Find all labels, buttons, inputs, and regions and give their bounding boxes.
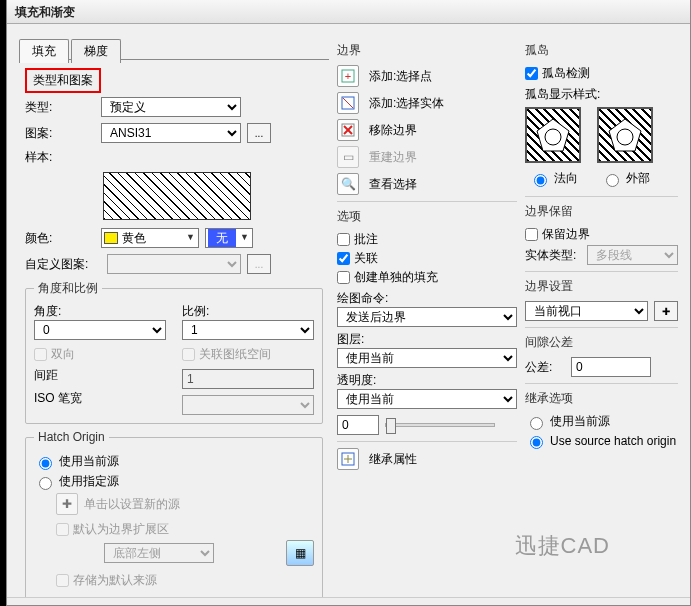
origin-specified-radio[interactable] [39,477,52,490]
color-none-label: 无 [216,230,228,247]
island-style-label: 孤岛显示样式: [525,86,678,103]
object-type-label: 实体类型: [525,247,581,264]
bottom-bar [7,597,690,605]
boundary-heading: 边界 [337,42,517,59]
background-color-select[interactable]: 无 ▼ [205,228,253,248]
inherit-props-label[interactable]: 继承属性 [369,451,417,468]
add-pick-icon[interactable]: + [337,65,359,87]
corner-select: 底部左侧 [104,543,214,563]
draw-order-select[interactable]: 发送后边界 [337,307,517,327]
add-pick-label[interactable]: 添加:选择点 [369,68,432,85]
island-detect-checkbox[interactable] [525,67,538,80]
color-select[interactable]: 黄色 ▼ [101,228,199,248]
options-heading: 选项 [337,208,517,225]
remove-boundary-icon[interactable] [337,119,359,141]
island-outer-label: 外部 [626,170,650,187]
island-normal-radio[interactable] [534,174,547,187]
retain-boundary-label: 保留边界 [542,226,590,243]
custom-pattern-label: 自定义图案: [25,256,101,273]
boundary-set-new-button[interactable]: ✚ [654,301,678,321]
color-label: 颜色: [25,230,95,247]
associative-checkbox[interactable] [337,252,350,265]
islands-heading: 孤岛 [525,42,678,59]
type-select[interactable]: 预定义 [101,97,241,117]
annotate-label: 批注 [354,231,378,248]
island-normal-preview[interactable] [525,107,581,163]
type-pattern-label: 类型和图案 [33,73,93,87]
inherit-current-label: 使用当前源 [550,413,610,430]
pick-origin-hint: 单击以设置新的源 [84,496,180,513]
transparency-label: 透明度: [337,372,517,389]
layer-label: 图层: [337,331,517,348]
add-select-label[interactable]: 添加:选择实体 [369,95,444,112]
transparency-slider[interactable] [385,423,495,427]
rebuild-boundary-icon: ▭ [337,146,359,168]
retain-boundary-checkbox[interactable] [525,228,538,241]
hatch-origin-group: Hatch Origin 使用当前源 使用指定源 ✚ 单击以设置新的源 [25,430,323,600]
tab-fill[interactable]: 填充 [19,39,69,63]
store-default-label: 存储为默认来源 [73,572,157,589]
draw-order-label: 绘图命令: [337,290,517,307]
island-outer-preview[interactable] [597,107,653,163]
view-selection-icon[interactable]: 🔍 [337,173,359,195]
pattern-label: 图案: [25,125,95,142]
default-extents-checkbox [56,523,69,536]
window-title: 填充和渐变 [7,0,690,24]
custom-pattern-browse-button: ... [247,254,271,274]
type-pattern-heading: 类型和图案 [25,68,101,93]
pattern-select[interactable]: ANSI31 [101,123,241,143]
inherit-heading: 继承选项 [525,390,678,407]
svg-line-3 [343,98,353,108]
view-selection-label[interactable]: 查看选择 [369,176,417,193]
annotate-checkbox[interactable] [337,233,350,246]
iso-width-label: ISO 笔宽 [34,390,94,407]
bidirectional-checkbox [34,348,47,361]
scale-select[interactable]: 1 [182,320,314,340]
pattern-browse-button[interactable]: ... [247,123,271,143]
iso-width-select [182,395,314,415]
svg-point-11 [617,129,633,145]
origin-current-radio[interactable] [39,457,52,470]
angle-scale-legend: 角度和比例 [34,280,102,297]
tabs: 填充 梯度 [19,38,329,60]
inherit-current-radio[interactable] [530,417,543,430]
create-separate-checkbox[interactable] [337,271,350,284]
tolerance-input[interactable] [571,357,651,377]
remove-boundary-label[interactable]: 移除边界 [369,122,417,139]
boundary-set-heading: 边界设置 [525,278,678,295]
default-extents-label: 默认为边界扩展区 [73,521,169,538]
color-value: 黄色 [122,230,146,247]
rebuild-boundary-label: 重建边界 [369,149,417,166]
transparency-input[interactable] [337,415,379,435]
gap-heading: 间隙公差 [525,334,678,351]
store-default-checkbox [56,574,69,587]
island-outer-radio[interactable] [606,174,619,187]
origin-preview-icon: ▦ [286,540,314,566]
hatch-origin-legend: Hatch Origin [34,430,109,444]
add-select-icon[interactable] [337,92,359,114]
svg-marker-8 [537,119,569,151]
boundary-set-select[interactable]: 当前视口 [525,301,648,321]
type-label: 类型: [25,99,95,116]
inherit-source-radio[interactable] [530,436,543,449]
inherit-source-label: Use source hatch origin [550,434,676,448]
origin-current-label: 使用当前源 [59,453,119,470]
spacing-input [182,369,314,389]
layer-select[interactable]: 使用当前 [337,348,517,368]
paper-space-label: 关联图纸空间 [199,346,271,363]
create-separate-label: 创建单独的填充 [354,269,438,286]
origin-specified-label: 使用指定源 [59,473,119,490]
angle-scale-group: 角度和比例 角度: 0 双向 间距 [25,280,323,424]
sample-label: 样本: [25,149,95,166]
angle-select[interactable]: 0 [34,320,166,340]
associative-label: 关联 [354,250,378,267]
inherit-props-icon[interactable] [337,448,359,470]
angle-label: 角度: [34,303,166,320]
object-type-select: 多段线 [587,245,678,265]
pick-origin-icon: ✚ [56,493,78,515]
tab-gradient[interactable]: 梯度 [71,39,121,63]
custom-pattern-select [107,254,241,274]
spacing-label: 间距 [34,367,74,384]
sample-swatch[interactable] [103,172,251,220]
transparency-select[interactable]: 使用当前 [337,389,517,409]
